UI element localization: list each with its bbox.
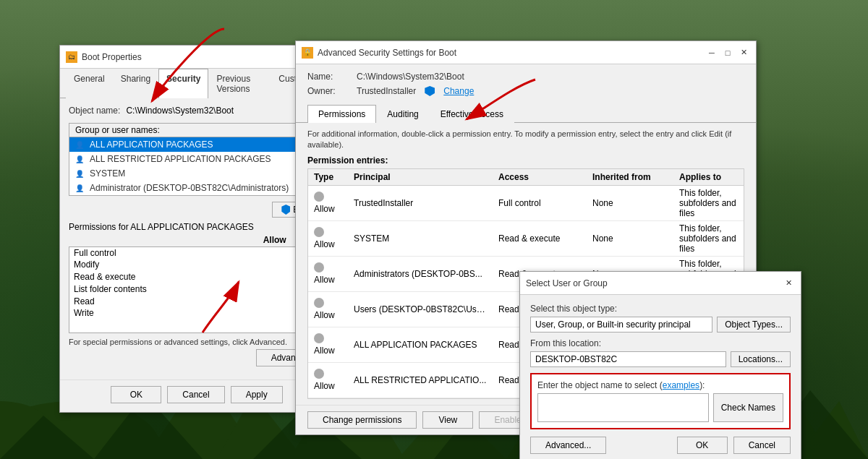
group-item-1[interactable]: 👤 ALL RESTRICTED APPLICATION PACKAGES — [69, 152, 324, 166]
object-name-row: Object name: C:\Windows\System32\Boot — [69, 106, 325, 116]
group-item-label-3: Administrator (DESKTOP-0BST82C\Administr… — [90, 183, 289, 193]
adv-min-btn[interactable]: ─ — [705, 46, 718, 59]
owner-row: Owner: TrustedInstaller Change — [307, 86, 744, 96]
boot-props-content: Object name: C:\Windows\System32\Boot Gr… — [60, 98, 333, 379]
entry-applies-1: This folder, subfolders and files — [673, 221, 744, 256]
entry-type-0: Allow — [308, 189, 348, 216]
entry-icon-1 — [314, 227, 324, 237]
select-user-content: Select this object type: Object Types...… — [520, 295, 801, 459]
header-access: Access — [493, 169, 587, 185]
user-icon-3: 👤 — [74, 182, 85, 194]
group-box-title: Group or user names: — [69, 124, 324, 137]
entry-principal-1: SYSTEM — [348, 231, 493, 246]
adv-tab-permissions[interactable]: Permissions — [307, 105, 376, 123]
tab-security[interactable]: Security — [158, 69, 208, 98]
adv-info-text: For additional information, double-click… — [307, 129, 744, 151]
adv-tabs: Permissions Auditing Effective Access — [296, 105, 756, 123]
select-user-ok-btn[interactable]: OK — [677, 437, 728, 454]
adv-security-icon: 🔒 — [302, 47, 313, 59]
name-value: C:\Windows\System32\Boot — [357, 72, 464, 82]
entry-icon-5 — [314, 369, 324, 379]
tab-sharing[interactable]: Sharing — [113, 69, 158, 98]
perm-row-0[interactable]: Full control — [69, 247, 324, 259]
group-list[interactable]: 👤 ALL APPLICATION PACKAGES 👤 ALL RESTRIC… — [69, 137, 324, 195]
entry-icon-3 — [314, 298, 324, 308]
name-label: Name: — [307, 72, 351, 82]
tab-general[interactable]: General — [66, 69, 113, 98]
select-user-dialog: Select User or Group ✕ Select this objec… — [519, 271, 801, 459]
boot-props-tabs: General Sharing Security Previous Versio… — [60, 69, 333, 98]
enter-object-section: Enter the object name to select (example… — [530, 373, 791, 429]
adv-tab-auditing[interactable]: Auditing — [376, 105, 429, 123]
ok-button[interactable]: OK — [111, 386, 161, 403]
group-item-label-1: ALL RESTRICTED APPLICATION PACKAGES — [90, 154, 271, 164]
perm-row-2[interactable]: Read & execute ✔ — [69, 270, 324, 283]
perm-row-5[interactable]: Write — [69, 307, 324, 319]
group-item-2[interactable]: 👤 SYSTEM — [69, 166, 324, 181]
owner-value: TrustedInstaller — [357, 86, 416, 96]
owner-label: Owner: — [307, 86, 351, 96]
perm-entry-0[interactable]: Allow TrustedInstaller Full control None… — [308, 186, 744, 221]
boot-props-titlebar: 🗂 Boot Properties ✕ — [60, 46, 333, 69]
object-type-row: Object Types... — [530, 317, 791, 333]
entry-type-5: Allow — [308, 366, 348, 393]
group-item-label-0: ALL APPLICATION PACKAGES — [90, 140, 213, 150]
entry-principal-2: Administrators (DESKTOP-0BS... — [348, 267, 493, 281]
special-permissions-text: For special permissions or advanced sett… — [69, 338, 325, 346]
group-item-label-2: SYSTEM — [90, 168, 125, 179]
perm-row-4[interactable]: Read ✔ — [69, 295, 324, 307]
entry-access-0: Full control — [493, 196, 587, 210]
adv-info-rows: Name: C:\Windows\System32\Boot Owner: Tr… — [296, 64, 756, 105]
user-icon-1: 👤 — [74, 153, 85, 165]
perm-entry-1[interactable]: Allow SYSTEM Read & execute None This fo… — [308, 221, 744, 257]
user-icon-2: 👤 — [74, 168, 85, 179]
header-applies: Applies to — [673, 169, 744, 185]
name-row: Name: C:\Windows\System32\Boot — [307, 72, 744, 82]
cancel-button[interactable]: Cancel — [167, 386, 224, 403]
select-user-titlebar: Select User or Group ✕ — [520, 272, 801, 295]
adv-max-btn[interactable]: □ — [721, 46, 734, 59]
header-type: Type — [308, 169, 348, 185]
enter-label: Enter the object name to select (example… — [537, 380, 783, 390]
advanced-dlg-btn[interactable]: Advanced... — [530, 437, 606, 454]
apply-button[interactable]: Apply — [231, 386, 283, 403]
boot-props-footer: OK Cancel Apply — [60, 379, 333, 412]
entry-icon-4 — [314, 333, 324, 343]
perm-row-3[interactable]: List folder contents ✔ — [69, 283, 324, 295]
group-item-0[interactable]: 👤 ALL APPLICATION PACKAGES — [69, 137, 324, 152]
adv-security-title-left: 🔒 Advanced Security Settings for Boot — [302, 47, 456, 59]
perm-name-2: Read & execute — [74, 272, 135, 282]
view-button[interactable]: View — [422, 411, 473, 429]
location-input[interactable] — [530, 351, 726, 367]
check-names-btn[interactable]: Check Names — [713, 393, 783, 422]
boot-props-icon: 🗂 — [66, 51, 77, 63]
shield-icon-owner — [425, 86, 435, 96]
tab-previous-versions[interactable]: Previous Versions — [208, 69, 271, 98]
perm-row-1[interactable]: Modify — [69, 259, 324, 270]
location-label: From this location: — [530, 338, 791, 348]
change-owner-link[interactable]: Change — [443, 86, 474, 96]
adv-security-titlebar: 🔒 Advanced Security Settings for Boot ─ … — [296, 41, 756, 64]
locations-btn[interactable]: Locations... — [731, 351, 791, 367]
examples-link[interactable]: examples — [663, 380, 699, 390]
adv-security-controls: ─ □ ✕ — [705, 46, 750, 59]
select-user-cancel-btn[interactable]: Cancel — [733, 437, 791, 454]
boot-props-title-left: 🗂 Boot Properties — [66, 51, 142, 63]
select-user-title: Select User or Group — [526, 278, 608, 288]
entry-icon-2 — [314, 262, 324, 273]
adv-tab-effective-access[interactable]: Effective Access — [430, 105, 514, 123]
allow-col-header: Allow — [263, 235, 286, 245]
entry-type-4: Allow — [308, 331, 348, 358]
object-name-textarea[interactable] — [537, 393, 709, 422]
change-permissions-button[interactable]: Change permissions — [307, 411, 417, 429]
group-item-3[interactable]: 👤 Administrator (DESKTOP-0BST82C\Adminis… — [69, 181, 324, 195]
object-type-input[interactable] — [530, 317, 712, 333]
permissions-list: Full control Modify Read & execute ✔ — [69, 246, 325, 333]
object-name-value: C:\Windows\System32\Boot — [126, 106, 234, 116]
ok-cancel-group: OK Cancel — [677, 437, 791, 454]
object-types-btn[interactable]: Object Types... — [717, 317, 791, 333]
header-principal: Principal — [348, 169, 493, 185]
select-user-close-btn[interactable]: ✕ — [782, 277, 795, 290]
adv-close-btn[interactable]: ✕ — [737, 46, 750, 59]
entry-icon-0 — [314, 192, 324, 202]
